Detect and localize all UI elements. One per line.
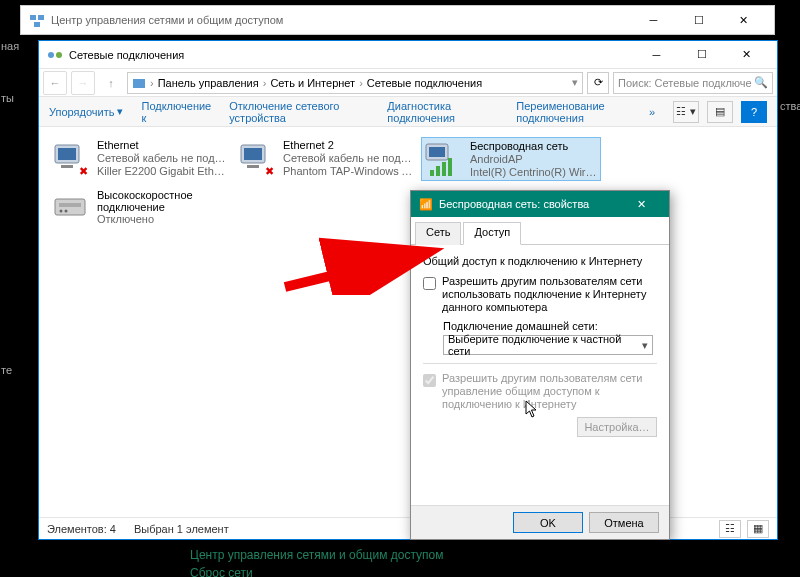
- svg-point-4: [56, 52, 62, 58]
- connection-item-ethernet[interactable]: ✖ Ethernet Сетевой кабель не подкл… Kill…: [49, 137, 229, 181]
- connection-item-dialup[interactable]: Высокоскоростное подключение Отключено: [49, 187, 229, 231]
- properties-dialog: 📶 Беспроводная сеть: свойства ✕ Сеть Дос…: [410, 190, 670, 540]
- svg-point-3: [48, 52, 54, 58]
- svg-rect-12: [247, 165, 259, 168]
- refresh-button[interactable]: ⟳: [587, 72, 609, 94]
- up-button[interactable]: ↑: [99, 71, 123, 95]
- svg-rect-2: [34, 22, 40, 27]
- section-heading: Общий доступ к подключению к Интернету: [423, 255, 657, 267]
- allow-control-label: Разрешить другим пользователям сети упра…: [442, 372, 657, 411]
- connection-name: Ethernet 2: [283, 139, 413, 152]
- connection-name: Высокоскоростное подключение: [97, 189, 227, 213]
- connection-device: Killer E2200 Gigabit Etherne…: [97, 165, 227, 178]
- svg-point-22: [60, 210, 63, 213]
- ethernet-icon: ✖: [237, 139, 277, 179]
- connection-status: AndroidAP: [470, 153, 598, 166]
- organize-button[interactable]: Упорядочить ▾: [49, 105, 123, 118]
- breadcrumb[interactable]: › Панель управления › Сеть и Интернет › …: [127, 72, 583, 94]
- dialog-buttons: OK Отмена: [411, 505, 669, 539]
- svg-point-23: [65, 210, 68, 213]
- svg-text:✖: ✖: [79, 165, 88, 177]
- window-title: Центр управления сетями и общим доступом: [51, 14, 283, 26]
- diagnose-button[interactable]: Диагностика подключения: [387, 100, 498, 124]
- allow-sharing-label: Разрешить другим пользователям сети испо…: [442, 275, 657, 314]
- minimize-button[interactable]: ─: [634, 41, 679, 69]
- help-button[interactable]: ?: [741, 101, 767, 123]
- chevron-down-icon: ▾: [642, 339, 648, 352]
- command-toolbar: Упорядочить ▾ Подключение к Отключение с…: [39, 97, 777, 127]
- connection-item-wireless[interactable]: Беспроводная сеть AndroidAP Intel(R) Cen…: [421, 137, 601, 181]
- folder-icon: [132, 76, 146, 90]
- svg-rect-15: [429, 147, 445, 157]
- settings-button: Настройка…: [577, 417, 657, 437]
- close-button[interactable]: ✕: [621, 198, 661, 211]
- connection-status: Отключено: [97, 213, 227, 226]
- svg-rect-16: [430, 170, 434, 176]
- svg-rect-7: [58, 148, 76, 160]
- connection-item-ethernet2[interactable]: ✖ Ethernet 2 Сетевой кабель не подкл… Ph…: [235, 137, 415, 181]
- connect-button[interactable]: Подключение к: [141, 100, 211, 124]
- titlebar: Сетевые подключения ─ ☐ ✕: [39, 41, 777, 69]
- view-options-button[interactable]: ☷ ▾: [673, 101, 699, 123]
- connections-icon: [47, 47, 63, 63]
- connection-status: Сетевой кабель не подкл…: [283, 152, 413, 165]
- allow-sharing-row: Разрешить другим пользователям сети испо…: [423, 275, 657, 314]
- svg-rect-17: [436, 166, 440, 176]
- wifi-icon: 📶: [419, 198, 433, 211]
- search-input[interactable]: Поиск: Сетевые подключе 🔍: [613, 72, 773, 94]
- network-center-icon: [29, 12, 45, 28]
- breadcrumb-item[interactable]: Панель управления: [158, 77, 259, 89]
- back-button[interactable]: ←: [43, 71, 67, 95]
- breadcrumb-item[interactable]: Сетевые подключения: [367, 77, 482, 89]
- disable-device-button[interactable]: Отключение сетевого устройства: [229, 100, 369, 124]
- tab-strip: Сеть Доступ: [411, 221, 669, 245]
- close-button[interactable]: ✕: [721, 6, 766, 34]
- ok-button[interactable]: OK: [513, 512, 583, 533]
- address-bar: ← → ↑ › Панель управления › Сеть и Интер…: [39, 69, 777, 97]
- connection-status: Сетевой кабель не подкл…: [97, 152, 227, 165]
- rename-button[interactable]: Переименование подключения »: [516, 100, 655, 124]
- selected-count: Выбран 1 элемент: [134, 523, 229, 535]
- search-icon: 🔍: [754, 76, 768, 89]
- maximize-button[interactable]: ☐: [679, 41, 724, 69]
- allow-sharing-checkbox[interactable]: [423, 277, 436, 290]
- window-title: Сетевые подключения: [69, 49, 184, 61]
- combo-value: Выберите подключение к частной сети: [448, 333, 642, 357]
- item-count: Элементов: 4: [47, 523, 116, 535]
- details-view-button[interactable]: ☷: [719, 520, 741, 538]
- home-connection-label: Подключение домашней сети:: [443, 320, 657, 332]
- connection-name: Ethernet: [97, 139, 227, 152]
- ethernet-icon: ✖: [51, 139, 91, 179]
- svg-rect-18: [442, 162, 446, 176]
- link-network-reset[interactable]: Сброс сети: [190, 566, 253, 577]
- dialog-titlebar: 📶 Беспроводная сеть: свойства ✕: [411, 191, 669, 217]
- bg-right-text: ства: [780, 100, 800, 112]
- maximize-button[interactable]: ☐: [676, 6, 721, 34]
- details-pane-button[interactable]: ▤: [707, 101, 733, 123]
- svg-text:✖: ✖: [265, 165, 274, 177]
- wifi-icon: [424, 140, 464, 180]
- link-network-center[interactable]: Центр управления сетями и общим доступом: [190, 548, 444, 562]
- svg-rect-21: [59, 203, 81, 207]
- tab-network[interactable]: Сеть: [415, 222, 461, 245]
- dialog-title: Беспроводная сеть: свойства: [439, 198, 589, 210]
- svg-rect-5: [133, 79, 145, 88]
- mouse-cursor: [525, 400, 541, 420]
- bg-sidebar-text: ная ты те: [1, 40, 19, 376]
- network-center-window: Центр управления сетями и общим доступом…: [20, 5, 775, 35]
- connection-device: Intel(R) Centrino(R) Wireles…: [470, 166, 598, 179]
- cancel-button[interactable]: Отмена: [589, 512, 659, 533]
- dialup-icon: [51, 189, 91, 229]
- minimize-button[interactable]: ─: [631, 6, 676, 34]
- svg-rect-8: [61, 165, 73, 168]
- connection-device: Phantom TAP-Windows A…: [283, 165, 413, 178]
- tab-sharing[interactable]: Доступ: [463, 222, 521, 245]
- tiles-view-button[interactable]: ▦: [747, 520, 769, 538]
- svg-rect-19: [448, 158, 452, 176]
- home-connection-combo[interactable]: Выберите подключение к частной сети ▾: [443, 335, 653, 355]
- forward-button[interactable]: →: [71, 71, 95, 95]
- allow-control-checkbox: [423, 374, 436, 387]
- connection-name: Беспроводная сеть: [470, 140, 598, 153]
- close-button[interactable]: ✕: [724, 41, 769, 69]
- breadcrumb-item[interactable]: Сеть и Интернет: [270, 77, 355, 89]
